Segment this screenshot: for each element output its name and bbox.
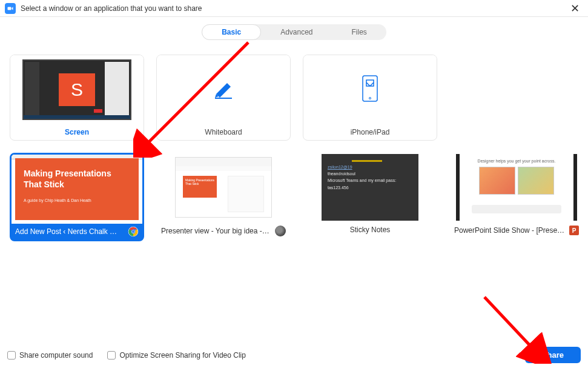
close-icon: ✕	[570, 2, 580, 15]
iphone-preview	[303, 55, 437, 124]
tab-group: Basic Advanced Files	[202, 24, 386, 40]
powerpoint-label: PowerPoint Slide Show - [Present... P	[449, 222, 584, 239]
checkbox-icon	[107, 351, 116, 360]
share-grid: S Screen Whiteboard iPhone/iPad	[0, 40, 588, 241]
tile-presenter-view[interactable]: Making Presentations That Stick Presente…	[156, 153, 291, 241]
close-button[interactable]: ✕	[567, 2, 583, 15]
tab-advanced[interactable]: Advanced	[261, 24, 332, 40]
tile-chrome-window[interactable]: Making Presentations That Stick A guide …	[10, 153, 144, 241]
iphone-label: iPhone/iPad	[303, 124, 437, 140]
titlebar: Select a window or an application that y…	[0, 0, 588, 17]
share-button[interactable]: Share	[525, 347, 581, 363]
screen-label: Screen	[10, 124, 144, 140]
tab-files[interactable]: Files	[332, 24, 386, 40]
whiteboard-label: Whiteboard	[157, 124, 290, 140]
sticky-thumb: zsilon12@19 theandroidsoul Microsoft Tea…	[303, 153, 437, 222]
checkbox-optimize-video[interactable]: Optimize Screen Sharing for Video Clip	[107, 351, 246, 360]
tile-powerpoint[interactable]: Designer helps you get your point across…	[449, 153, 584, 241]
tab-basic[interactable]: Basic	[202, 24, 261, 40]
tabs: Basic Advanced Files	[0, 24, 588, 40]
tile-sticky-notes[interactable]: zsilon12@19 theandroidsoul Microsoft Tea…	[303, 153, 437, 241]
chrome-thumb: Making Presentations That Stick A guide …	[12, 155, 142, 224]
svg-point-7	[132, 230, 135, 233]
footer: Share computer sound Optimize Screen Sha…	[7, 347, 581, 363]
presenter-label: Presenter view - Your big idea - G...	[156, 222, 291, 240]
tile-screen[interactable]: S Screen	[10, 55, 144, 141]
svg-rect-0	[8, 7, 12, 10]
titlebar-text: Select a window or an application that y…	[21, 4, 567, 13]
powerpoint-thumb: Designer helps you get your point across…	[449, 153, 584, 222]
chrome-icon	[128, 226, 139, 237]
tile-iphone-ipad[interactable]: iPhone/iPad	[303, 55, 437, 141]
svg-point-2	[369, 98, 371, 99]
presenter-thumb: Making Presentations That Stick	[156, 153, 291, 222]
pen-icon	[211, 81, 236, 99]
chrome-label: Add New Post ‹ Nerds Chalk — ...	[12, 224, 142, 239]
screen-preview: S	[10, 55, 144, 124]
tile-whiteboard[interactable]: Whiteboard	[156, 55, 291, 141]
globe-icon	[275, 226, 286, 236]
checkbox-share-sound[interactable]: Share computer sound	[7, 351, 93, 360]
phone-icon	[362, 75, 378, 104]
whiteboard-preview	[157, 55, 290, 124]
svg-line-9	[484, 297, 533, 349]
zoom-icon	[5, 3, 16, 14]
powerpoint-icon: P	[569, 226, 579, 235]
checkbox-icon	[7, 351, 16, 360]
sticky-label: Sticky Notes	[303, 222, 437, 238]
